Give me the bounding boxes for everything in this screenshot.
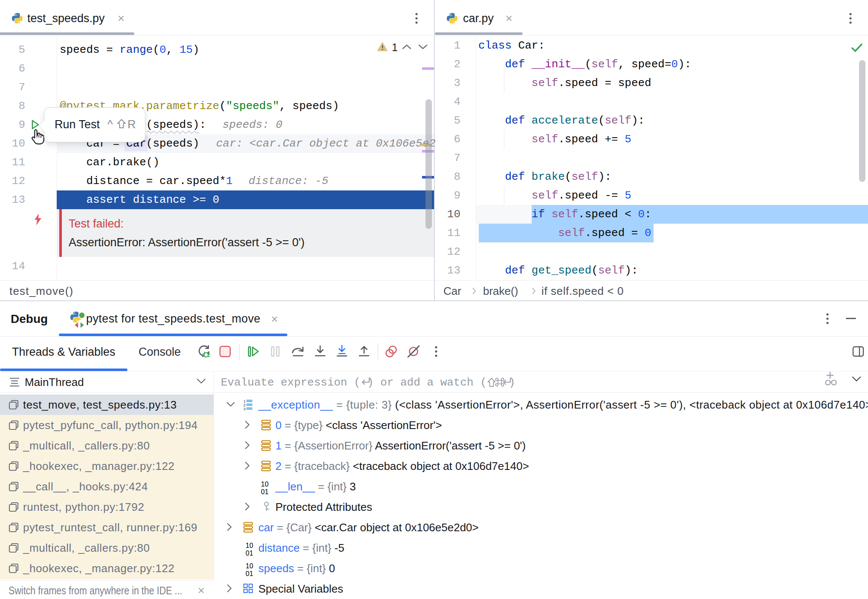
svg-text:3: 3 <box>243 407 246 411</box>
